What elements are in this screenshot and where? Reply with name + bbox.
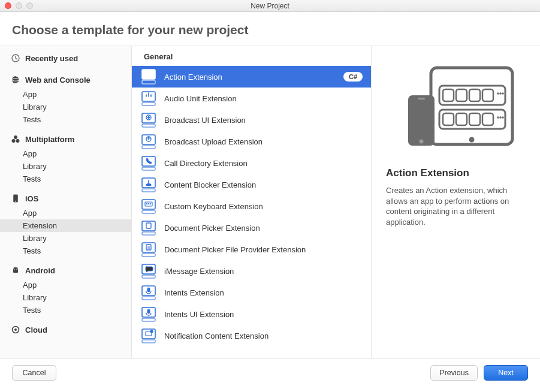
sidebar-item-app[interactable]: App bbox=[0, 88, 131, 101]
svg-rect-61 bbox=[456, 89, 467, 101]
svg-point-73 bbox=[499, 116, 502, 119]
template-lang-badge: C# bbox=[343, 72, 363, 82]
svg-rect-31 bbox=[142, 189, 155, 192]
svg-point-7 bbox=[15, 201, 16, 202]
svg-rect-34 bbox=[142, 210, 155, 213]
template-row[interactable]: Document Picker Extension bbox=[132, 217, 371, 239]
svg-line-11 bbox=[17, 267, 17, 268]
sidebar: Recently used Web and Console App Librar… bbox=[0, 46, 132, 358]
svg-point-65 bbox=[499, 92, 502, 95]
template-row[interactable]: Content Blocker Extension bbox=[132, 174, 371, 195]
template-icon bbox=[140, 90, 157, 107]
cancel-button[interactable]: Cancel bbox=[12, 365, 56, 381]
sidebar-category-multiplatform[interactable]: Multiplatform bbox=[0, 129, 131, 147]
template-row[interactable]: iMessage Extension bbox=[132, 260, 371, 282]
svg-point-72 bbox=[497, 116, 499, 119]
svg-rect-48 bbox=[142, 297, 155, 300]
template-row[interactable]: Action ExtensionC# bbox=[132, 66, 371, 88]
template-row[interactable]: Document Picker File Provider Extension bbox=[132, 239, 371, 260]
svg-rect-68 bbox=[443, 113, 454, 125]
next-button[interactable]: Next bbox=[484, 365, 528, 381]
template-row[interactable]: Custom Keyboard Extension bbox=[132, 195, 371, 217]
template-label: Intents Extension bbox=[164, 288, 363, 297]
sidebar-category-label: Multiplatform bbox=[25, 135, 74, 144]
template-row[interactable]: Broadcast Upload Extension bbox=[132, 131, 371, 152]
sidebar-item-tests[interactable]: Tests bbox=[0, 304, 131, 316]
sidebar-item-app[interactable]: App bbox=[0, 147, 131, 160]
template-row[interactable]: Intents Extension bbox=[132, 282, 371, 303]
template-list: General Action ExtensionC#Audio Unit Ext… bbox=[132, 46, 372, 358]
sidebar-item-app[interactable]: App bbox=[0, 207, 131, 219]
sidebar-category-label: iOS bbox=[25, 194, 38, 203]
sidebar-item-tests[interactable]: Tests bbox=[0, 173, 131, 185]
svg-rect-54 bbox=[142, 340, 155, 343]
sidebar-category-android[interactable]: Android bbox=[0, 261, 131, 279]
svg-point-5 bbox=[16, 139, 20, 143]
svg-point-9 bbox=[16, 269, 17, 270]
sidebar-category-ios[interactable]: iOS bbox=[0, 189, 131, 207]
svg-point-4 bbox=[12, 139, 16, 143]
template-label: Content Blocker Extension bbox=[164, 180, 363, 189]
template-label: Document Picker Extension bbox=[164, 224, 363, 233]
sidebar-category-cloud[interactable]: Cloud bbox=[0, 320, 131, 338]
template-label: Broadcast Upload Extension bbox=[164, 137, 363, 146]
template-label: Audio Unit Extension bbox=[164, 94, 363, 103]
svg-point-64 bbox=[497, 92, 499, 95]
sidebar-item-tests[interactable]: Tests bbox=[0, 245, 131, 257]
svg-point-56 bbox=[150, 330, 153, 333]
sidebar-item-library[interactable]: Library bbox=[0, 101, 131, 113]
template-group-label: General bbox=[132, 46, 371, 66]
svg-rect-60 bbox=[443, 89, 454, 101]
template-icon bbox=[140, 241, 157, 258]
sidebar-item-library[interactable]: Library bbox=[0, 160, 131, 173]
svg-rect-57 bbox=[431, 68, 512, 144]
svg-point-8 bbox=[14, 269, 14, 270]
sidebar-item-tests[interactable]: Tests bbox=[0, 113, 131, 126]
svg-rect-62 bbox=[469, 89, 480, 101]
template-row[interactable]: Notification Content Extension bbox=[132, 325, 371, 346]
svg-rect-51 bbox=[142, 318, 155, 321]
sidebar-category-label: Android bbox=[25, 266, 55, 275]
sidebar-item-app[interactable]: App bbox=[0, 279, 131, 291]
svg-point-58 bbox=[469, 137, 474, 143]
template-row[interactable]: Audio Unit Extension bbox=[132, 88, 371, 109]
sidebar-item-library[interactable]: Library bbox=[0, 291, 131, 304]
template-row[interactable]: Intents UI Extension bbox=[132, 303, 371, 325]
sidebar-item-library[interactable]: Library bbox=[0, 232, 131, 245]
detail-title: Action Extension bbox=[386, 167, 526, 179]
sidebar-category-web-and-console[interactable]: Web and Console bbox=[0, 70, 131, 88]
svg-rect-22 bbox=[142, 124, 155, 127]
svg-rect-69 bbox=[456, 113, 467, 125]
svg-rect-18 bbox=[142, 80, 155, 84]
detail-pane: Action Extension Creates an Action exten… bbox=[372, 46, 540, 358]
ios-icon bbox=[11, 194, 20, 203]
globe-icon bbox=[11, 75, 20, 85]
template-row[interactable]: Call Directory Extension bbox=[132, 152, 371, 174]
cloud-icon bbox=[11, 325, 20, 334]
sidebar-category-label: Cloud bbox=[25, 325, 47, 334]
svg-point-3 bbox=[14, 135, 17, 139]
svg-point-36 bbox=[146, 203, 147, 204]
template-icon bbox=[140, 133, 157, 150]
template-label: Broadcast UI Extension bbox=[164, 116, 363, 125]
template-row[interactable]: Broadcast UI Extension bbox=[132, 109, 371, 131]
detail-illustration bbox=[386, 59, 526, 167]
sidebar-recently-used[interactable]: Recently used bbox=[0, 49, 131, 67]
svg-point-74 bbox=[502, 116, 504, 119]
template-label: Document Picker File Provider Extension bbox=[164, 245, 363, 254]
window-title: New Project bbox=[0, 2, 540, 10]
svg-rect-70 bbox=[469, 113, 480, 125]
sidebar-item-extension[interactable]: Extension bbox=[0, 219, 131, 232]
svg-rect-71 bbox=[482, 113, 493, 125]
android-icon bbox=[11, 266, 20, 275]
previous-button[interactable]: Previous bbox=[430, 365, 478, 381]
sidebar-category-label: Web and Console bbox=[25, 76, 90, 85]
svg-point-37 bbox=[148, 203, 149, 204]
svg-rect-26 bbox=[142, 146, 155, 149]
window-titlebar: New Project bbox=[0, 0, 540, 12]
svg-rect-76 bbox=[418, 98, 425, 99]
svg-point-24 bbox=[147, 116, 149, 118]
clock-icon bbox=[11, 53, 20, 63]
svg-line-10 bbox=[14, 267, 14, 268]
svg-rect-75 bbox=[408, 95, 435, 146]
